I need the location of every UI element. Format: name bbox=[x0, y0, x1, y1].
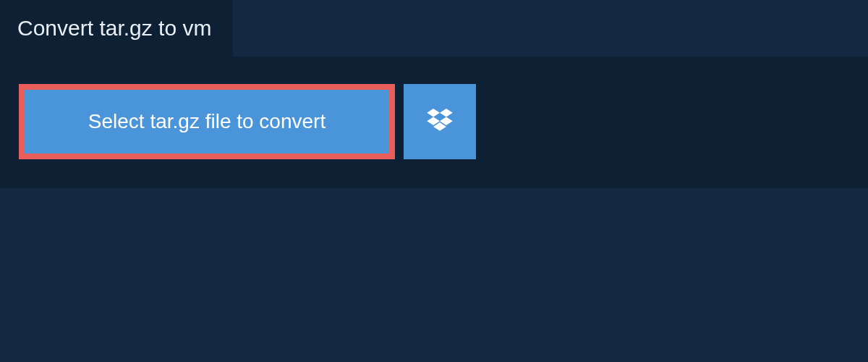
main-panel: Select tar.gz file to convert bbox=[0, 56, 868, 188]
select-file-label: Select tar.gz file to convert bbox=[88, 110, 326, 133]
tab-title: Convert tar.gz to vm bbox=[17, 16, 211, 40]
file-select-row: Select tar.gz file to convert bbox=[19, 84, 849, 159]
select-file-button[interactable]: Select tar.gz file to convert bbox=[19, 84, 395, 159]
tab-bar: Convert tar.gz to vm bbox=[0, 0, 868, 56]
tab-active[interactable]: Convert tar.gz to vm bbox=[0, 0, 233, 56]
dropbox-button[interactable] bbox=[404, 84, 476, 159]
dropbox-icon bbox=[427, 109, 453, 135]
